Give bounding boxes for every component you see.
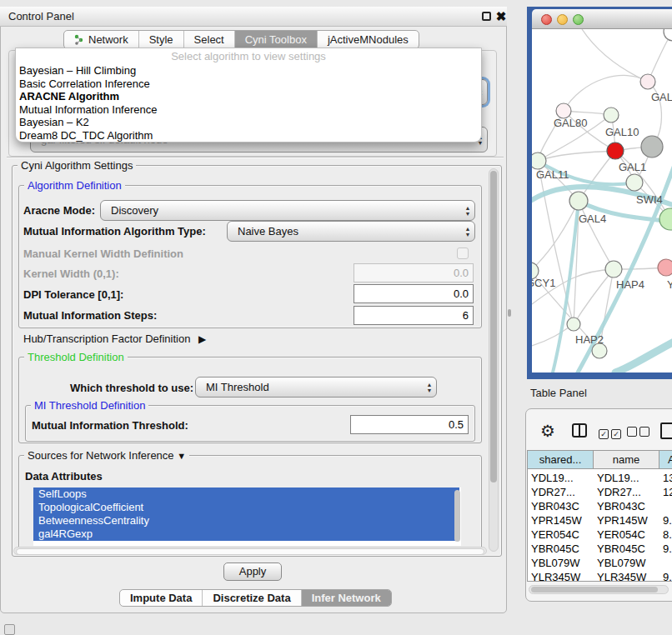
scrollbar-thumb[interactable]	[490, 171, 497, 482]
node-hap2[interactable]	[567, 318, 580, 331]
table-cell[interactable]: YBR045C	[531, 542, 593, 556]
kernel-width-field[interactable]: 0.0	[354, 263, 474, 282]
table-cell[interactable]: YBL079W	[597, 556, 659, 570]
mi-steps-field[interactable]: 6	[354, 306, 474, 325]
list-item-gal4rgexp[interactable]: gal4RGexp	[33, 528, 459, 541]
table-cell[interactable]: YDL19...	[597, 471, 659, 485]
network-canvas[interactable]: GAL GAL80 GAL10 GAL1 GAL11 SWI4 GAL4 GCY…	[532, 29, 672, 372]
menu-item-bayesian-k2[interactable]: Bayesian – K2	[16, 116, 481, 129]
table-cell[interactable]: YIL052C	[531, 578, 593, 582]
dpi-tolerance-field[interactable]: 0.0	[354, 284, 474, 303]
table-cell[interactable]: YIL052C	[597, 578, 659, 582]
table-cell[interactable]: YDL19...	[531, 471, 593, 485]
table-cell[interactable]: YER054C	[597, 528, 659, 542]
list-scrollbar-thumb[interactable]	[454, 490, 460, 542]
list-item-betweennesscentrality[interactable]: BetweennessCentrality	[33, 514, 459, 528]
table-cell[interactable]	[663, 556, 672, 570]
node-label-hap4: HAP4	[616, 278, 644, 291]
table-cell[interactable]: YBR043C	[597, 499, 659, 513]
node-gal4[interactable]	[569, 192, 588, 210]
tab-select[interactable]: Select	[184, 31, 235, 48]
menu-item-mutual-information[interactable]: Mutual Information Inference	[16, 103, 481, 117]
menu-item-bayesian-hill-climbing[interactable]: Bayesian – Hill Climbing	[16, 64, 481, 78]
combo-value: Naive Bayes	[228, 225, 461, 238]
tab-discretize-data[interactable]: Discretize Data	[203, 590, 301, 606]
table-cell[interactable]: 12	[663, 485, 672, 499]
table-cell[interactable]	[663, 499, 672, 513]
node-gray[interactable]	[641, 136, 663, 158]
node-gal1[interactable]	[607, 142, 624, 159]
minimized-panel-icon[interactable]	[4, 624, 15, 635]
sources-title: Sources for Network Inference	[28, 449, 174, 462]
node-gal10[interactable]	[604, 108, 619, 122]
tab-infer-network[interactable]: Infer Network	[302, 590, 391, 606]
tab-style[interactable]: Style	[139, 31, 184, 48]
settings-vertical-scrollbar[interactable]	[489, 168, 499, 552]
close-traffic-light[interactable]	[541, 14, 552, 25]
table-cell[interactable]: 13	[663, 471, 672, 485]
zoom-traffic-light[interactable]	[573, 14, 584, 25]
mi-algorithm-type-combobox[interactable]: Naive Bayes ▲▼	[227, 221, 475, 242]
menu-item-dream8[interactable]: Dream8 DC_TDC Algorithm	[16, 129, 481, 142]
mi-threshold-field[interactable]: 0.5	[350, 415, 469, 434]
table-cell[interactable]: 9.	[663, 513, 672, 528]
table-cell[interactable]: YDR27...	[531, 485, 593, 499]
close-icon[interactable]: ✖	[494, 9, 508, 24]
table-cell[interactable]: YDR27...	[597, 485, 659, 499]
table-cell[interactable]: YBL079W	[531, 556, 593, 570]
split-divider-handle[interactable]	[508, 309, 511, 317]
deselect-all-columns-icon[interactable]	[627, 427, 649, 439]
network-window: GAL GAL80 GAL10 GAL1 GAL11 SWI4 GAL4 GCY…	[527, 7, 672, 379]
scrollbar-thumb[interactable]	[531, 587, 658, 592]
menu-item-aracne[interactable]: ARACNE Algorithm	[16, 90, 481, 103]
node-unlabeled-top[interactable]	[664, 29, 672, 41]
table-cell[interactable]: YPR145W	[597, 513, 659, 528]
column-header-third[interactable]: A	[659, 451, 672, 469]
float-window-icon[interactable]	[482, 12, 491, 21]
tab-cyni-toolbox[interactable]: Cyni Toolbox	[235, 31, 318, 48]
node-galx[interactable]	[640, 74, 655, 89]
document-icon[interactable]	[660, 422, 672, 439]
table-horizontal-scrollbar[interactable]	[529, 585, 669, 594]
which-threshold-combobox[interactable]: MI Threshold ▲▼	[195, 377, 437, 398]
group-title: MI Threshold Definition	[31, 399, 148, 412]
node-y[interactable]	[658, 259, 672, 276]
select-all-columns-icon[interactable]: ✓✓	[599, 427, 621, 439]
hub-definition-toggle[interactable]: Hub/Transcription Factor Definition ▶	[23, 332, 206, 345]
settings-horizontal-scrollbar[interactable]	[13, 547, 487, 555]
table-cell[interactable]: 8.	[663, 528, 672, 542]
chevron-down-icon[interactable]: ▼	[177, 451, 186, 461]
apply-button[interactable]: Apply	[223, 562, 282, 581]
table-cell[interactable]: 9.	[663, 542, 672, 556]
list-item-selfloops[interactable]: SelfLoops	[33, 488, 459, 501]
tab-impute-data[interactable]: Impute Data	[120, 590, 203, 606]
columns-icon[interactable]	[572, 423, 587, 438]
manual-kernel-checkbox[interactable]	[457, 248, 469, 259]
table-cell[interactable]: YPR145W	[531, 513, 593, 528]
tab-network[interactable]: Network	[64, 31, 139, 48]
node-swi4[interactable]	[626, 174, 643, 191]
table-cell[interactable]: YBR043C	[531, 499, 593, 513]
group-title: Threshold Definition	[24, 351, 128, 363]
column-header-shared-name[interactable]: shared...	[528, 451, 594, 469]
aracne-mode-combobox[interactable]: Discovery ▲▼	[100, 200, 475, 221]
tab-label: Select	[194, 31, 224, 48]
node-label-y: Y	[667, 278, 672, 291]
table-cell[interactable]: YBR045C	[597, 542, 659, 556]
combo-value: MI Threshold	[196, 381, 423, 393]
scrollbar-thumb[interactable]	[16, 548, 484, 555]
minimize-traffic-light[interactable]	[557, 14, 568, 25]
node-hap4[interactable]	[605, 261, 622, 278]
node-green-right[interactable]	[659, 208, 672, 230]
table-cell[interactable]: YER054C	[531, 528, 593, 542]
menu-item-basic-correlation[interactable]: Basic Correlation Inference	[16, 78, 481, 91]
network-window-titlebar[interactable]	[532, 9, 672, 29]
node-label-gal4: GAL4	[579, 212, 606, 225]
gear-icon[interactable]: ⚙	[540, 421, 555, 441]
tab-jactivemnodules[interactable]: jActiveMNodules	[318, 31, 419, 48]
column-header-name[interactable]: name	[594, 451, 659, 469]
control-panel-titlebar[interactable]: Control Panel	[0, 7, 507, 27]
list-item-topologicalcoefficient[interactable]: TopologicalCoefficient	[33, 501, 459, 514]
node-gal11[interactable]	[532, 152, 546, 169]
table-cell[interactable]: 9	[663, 578, 672, 582]
